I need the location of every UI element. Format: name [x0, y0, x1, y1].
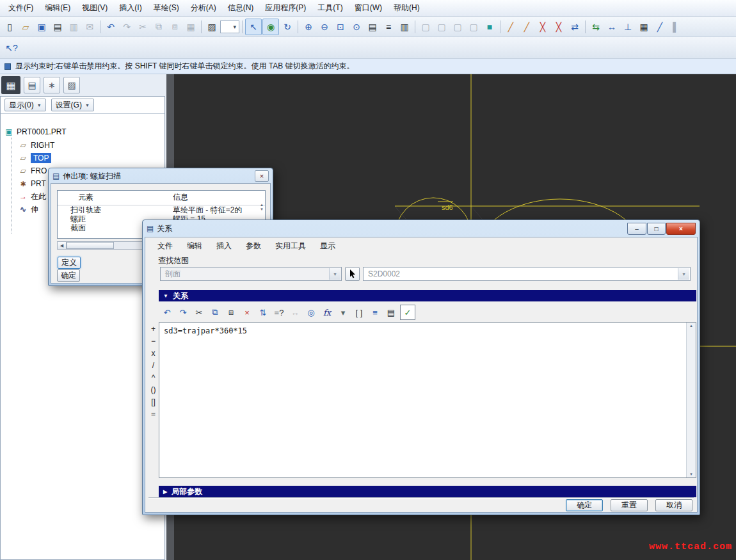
- zoom-in-icon[interactable]: ⊕: [301, 19, 316, 35]
- refresh-icon[interactable]: ↻: [280, 19, 295, 35]
- dim-horizontal-icon[interactable]: ↔: [604, 19, 620, 35]
- constraint-delete-icon[interactable]: ╳: [551, 19, 566, 35]
- sketch-orient-icon[interactable]: ◉: [262, 19, 279, 35]
- menu-item[interactable]: 窗口(W): [349, 1, 388, 15]
- lookup-name-select[interactable]: S2D0002 ▾: [363, 267, 691, 281]
- separator[interactable]: [100, 20, 100, 33]
- cancel-button[interactable]: 取消: [655, 499, 692, 511]
- context-help-icon[interactable]: ↖?: [4, 40, 19, 56]
- dim-perimeter-icon[interactable]: ╱: [519, 19, 534, 35]
- operator-button[interactable]: +: [151, 324, 156, 334]
- operator-button[interactable]: /: [152, 361, 154, 371]
- diagonal-line-icon[interactable]: ╱: [652, 19, 668, 35]
- verify-icon[interactable]: ✓: [400, 305, 415, 320]
- copy-icon[interactable]: ⧉: [151, 19, 166, 35]
- cut-icon[interactable]: ✂: [135, 19, 150, 35]
- pick-from-screen-button[interactable]: [345, 267, 360, 281]
- scroll-left-icon[interactable]: ◀: [58, 242, 67, 249]
- menu-item[interactable]: 分析(A): [185, 1, 222, 15]
- redo-icon[interactable]: ↷: [119, 19, 134, 35]
- define-button[interactable]: 定义: [58, 257, 81, 269]
- delete-icon[interactable]: ×: [240, 305, 254, 319]
- separator[interactable]: [201, 20, 202, 33]
- local-params-section-header[interactable]: ▶ 局部参数: [159, 486, 696, 497]
- chevron-down-icon[interactable]: ▾: [329, 268, 340, 280]
- redo-icon[interactable]: ↷: [176, 305, 190, 319]
- dimension-label[interactable]: sd6: [442, 204, 453, 211]
- tree-item[interactable]: ▱ TOP: [1, 152, 164, 164]
- relation-expression[interactable]: sd3=trajpar*360*15: [164, 326, 247, 335]
- show-dropdown[interactable]: 显示(0) ▼: [4, 99, 46, 111]
- style-dropdown[interactable]: ▾: [220, 20, 239, 33]
- menu-item[interactable]: 文件(F): [3, 1, 39, 15]
- tree-item[interactable]: ▱ RIGHT: [1, 139, 164, 152]
- datum-point-toggle-icon[interactable]: ▢: [450, 19, 465, 35]
- shading-icon[interactable]: ■: [482, 19, 497, 35]
- dialog-titlebar[interactable]: ▤ 伸出项: 螺旋扫描 ×: [49, 168, 273, 183]
- sort-ids-icon[interactable]: ⇅: [256, 305, 270, 319]
- relations-section-header[interactable]: ▼ 关系: [159, 290, 696, 301]
- reset-button[interactable]: 重置: [611, 499, 648, 511]
- comments-icon[interactable]: ≡: [368, 305, 382, 319]
- tree-root[interactable]: ▣ PRT0001.PRT: [4, 127, 67, 136]
- menu-item[interactable]: 信息(N): [222, 1, 260, 15]
- datum-axis-toggle-icon[interactable]: ▢: [434, 19, 449, 35]
- paste-special-icon[interactable]: ▦: [183, 19, 198, 35]
- new-file-icon[interactable]: ▯: [2, 19, 17, 35]
- copy-icon[interactable]: ⧉: [208, 305, 222, 319]
- menu-item[interactable]: 草绘(S): [148, 1, 185, 15]
- scroll-up-icon[interactable]: ▲: [689, 324, 693, 328]
- separator[interactable]: [500, 20, 500, 33]
- menu-item[interactable]: 工具(T): [312, 1, 348, 15]
- open-file-icon[interactable]: ▱: [18, 19, 33, 35]
- scroll-up-icon[interactable]: ▲: [260, 203, 264, 207]
- menu-item[interactable]: 参数: [239, 239, 268, 253]
- menu-item[interactable]: 显示: [313, 239, 342, 253]
- csys-toggle-icon[interactable]: ▢: [466, 19, 481, 35]
- separator[interactable]: [585, 20, 586, 33]
- reorient-icon[interactable]: ⊙: [349, 19, 364, 35]
- menu-item[interactable]: 视图(V): [76, 1, 113, 15]
- print-icon[interactable]: ▤: [50, 19, 65, 35]
- scrollbar-thumb[interactable]: [67, 242, 114, 249]
- element-row[interactable]: 扫引轨迹 草绘平面 - 特征=2的: [58, 205, 265, 214]
- chevron-down-icon[interactable]: ▾: [678, 268, 689, 280]
- evaluate-icon[interactable]: =?: [272, 305, 286, 319]
- vertical-scrollbar[interactable]: ▲ ▼: [686, 323, 696, 477]
- edge-clipped-icon[interactable]: ▌: [668, 19, 684, 35]
- undo-icon[interactable]: ↶: [160, 305, 174, 319]
- menu-item[interactable]: 文件: [150, 239, 180, 253]
- saved-views-icon[interactable]: ▤: [365, 19, 380, 35]
- minimize-icon[interactable]: –: [627, 223, 646, 235]
- close-icon[interactable]: ×: [255, 170, 269, 182]
- operator-button[interactable]: x: [152, 349, 156, 358]
- hatch-icon[interactable]: ▨: [204, 19, 220, 35]
- settings-dropdown[interactable]: 设置(G) ▼: [51, 99, 94, 111]
- operator-button[interactable]: =: [151, 410, 156, 419]
- ok-button[interactable]: 确定: [57, 269, 80, 282]
- brackets-icon[interactable]: [ ]: [352, 305, 366, 319]
- report-icon[interactable]: ▤: [384, 305, 398, 319]
- undo-icon[interactable]: ↶: [103, 19, 118, 35]
- zoom-fit-icon[interactable]: ⊡: [333, 19, 348, 35]
- ok-button[interactable]: 确定: [566, 499, 603, 511]
- scroll-down-icon[interactable]: ▼: [260, 207, 264, 211]
- print-preview-icon[interactable]: ▥: [66, 19, 81, 35]
- function-icon[interactable]: fx: [320, 305, 334, 319]
- perpendicular-icon[interactable]: ⊥: [620, 19, 636, 35]
- select-arrow-icon[interactable]: ↖: [245, 19, 262, 35]
- dim-standard-icon[interactable]: ╱: [503, 19, 518, 35]
- operator-button[interactable]: ^: [152, 373, 156, 383]
- menu-item[interactable]: 插入: [209, 239, 239, 253]
- scroll-down-icon[interactable]: ▼: [689, 472, 693, 476]
- favorites-icon[interactable]: ∗: [44, 77, 60, 93]
- operator-button[interactable]: (): [151, 385, 156, 395]
- constraint-swap-icon[interactable]: ⇄: [567, 19, 582, 35]
- menu-item[interactable]: 帮助(H): [388, 1, 426, 15]
- dialog-titlebar[interactable]: ▤ 关系 – □ ×: [143, 220, 700, 236]
- find-icon[interactable]: ◎: [304, 305, 318, 319]
- lookup-scope-select[interactable]: 剖面 ▾: [160, 267, 342, 281]
- menu-item[interactable]: 实用工具: [268, 239, 313, 253]
- menu-item[interactable]: 应用程序(P): [259, 1, 312, 15]
- menu-item[interactable]: 编辑: [180, 239, 209, 253]
